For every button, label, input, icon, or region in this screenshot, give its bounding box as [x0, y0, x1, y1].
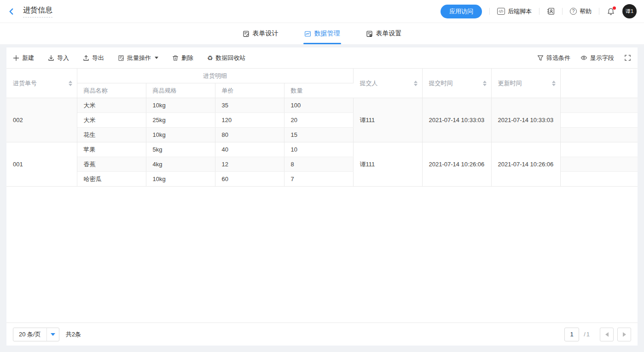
tab-data-management[interactable]: 数据管理 [304, 23, 340, 44]
spacer [0, 44, 644, 47]
column-header-order-no[interactable]: 进货单号 [6, 69, 77, 98]
backend-script-button[interactable]: 后端脚本 [497, 7, 532, 16]
cell-order-no[interactable]: 002 [6, 98, 77, 142]
trash-icon [172, 55, 179, 61]
cell-quantity[interactable]: 100 [284, 98, 353, 113]
page-size-value: 20 条/页 [13, 330, 46, 339]
divider [562, 8, 563, 15]
filter-button[interactable]: 筛选条件 [537, 54, 570, 62]
cell-empty [560, 113, 638, 128]
question-icon: ? [570, 8, 577, 15]
cell-spec[interactable]: 25kg [146, 113, 215, 128]
tab-form-design[interactable]: 表单设计 [243, 23, 278, 44]
tab-label: 表单设计 [253, 29, 278, 38]
cell-unit-price[interactable]: 80 [215, 128, 284, 142]
avatar[interactable]: 谭1 [622, 4, 637, 18]
cell-spec[interactable]: 10kg [146, 128, 215, 142]
page-size-select[interactable]: 20 条/页 [13, 328, 59, 341]
cell-unit-price[interactable]: 35 [215, 98, 284, 113]
cell-unit-price[interactable]: 60 [215, 172, 284, 187]
cell-submit-time[interactable]: 2021-07-14 10:26:06 [422, 142, 491, 187]
cell-unit-price[interactable]: 40 [215, 142, 284, 157]
toolbar-right: 筛选条件 显示字段 [537, 54, 631, 62]
cell-unit-price[interactable]: 120 [215, 113, 284, 128]
cell-spec[interactable]: 4kg [146, 157, 215, 172]
sort-icon[interactable] [69, 81, 72, 86]
sort-icon[interactable] [552, 81, 556, 86]
table-body: 002 大米 10kg 35 100 谭111 2021-07-14 10:33… [6, 98, 638, 187]
divider [599, 8, 599, 15]
cell-submit-time[interactable]: 2021-07-14 10:33:03 [422, 98, 491, 142]
cell-submitter[interactable]: 谭111 [353, 142, 422, 187]
cell-quantity[interactable]: 20 [284, 113, 353, 128]
table-row[interactable]: 001 苹果 5kg 40 10 谭111 2021-07-14 10:26:0… [6, 142, 638, 157]
sort-icon[interactable] [414, 81, 418, 86]
recycle-bin-label: 数据回收站 [216, 54, 246, 62]
column-label: 商品名称 [84, 87, 108, 94]
fullscreen-button[interactable] [624, 54, 631, 61]
new-button[interactable]: 新建 [13, 54, 34, 62]
tab-form-settings[interactable]: 表单设置 [366, 23, 402, 44]
table-header: 进货单号 进货明细 提交人 提交时间 [6, 69, 638, 98]
cell-submitter[interactable]: 谭111 [353, 98, 422, 142]
cell-order-no[interactable]: 001 [6, 142, 77, 187]
cell-update-time[interactable]: 2021-07-14 10:26:06 [491, 142, 560, 187]
next-page-button[interactable] [617, 328, 631, 341]
toolbar-left: 新建 导入 导出 批量操作 [13, 54, 246, 62]
delete-label: 删除 [181, 54, 193, 62]
prev-page-button[interactable] [600, 328, 614, 341]
notification-badge [613, 6, 616, 10]
column-header-spec: 商品规格 [146, 83, 215, 98]
cell-quantity[interactable]: 7 [284, 172, 353, 187]
select-caret-box[interactable] [46, 328, 59, 341]
column-header-quantity: 数量 [284, 83, 353, 98]
cell-product-name[interactable]: 香蕉 [77, 157, 146, 172]
cell-spec[interactable]: 10kg [146, 98, 215, 113]
address-book-icon [547, 7, 555, 15]
export-button[interactable]: 导出 [83, 54, 104, 62]
top-header: 进货信息 应用访问 后端脚本 ? 帮助 谭1 [0, 0, 644, 23]
recycle-icon: ♻ [207, 55, 213, 61]
recycle-bin-button[interactable]: ♻ 数据回收站 [207, 54, 246, 62]
column-label: 进货单号 [13, 79, 37, 88]
cell-empty [560, 128, 638, 142]
back-button[interactable] [7, 7, 16, 16]
cell-product-name[interactable]: 苹果 [77, 142, 146, 157]
batch-operation-button[interactable]: 批量操作 [118, 54, 158, 62]
batch-operation-label: 批量操作 [127, 54, 151, 62]
tab-label: 数据管理 [314, 29, 340, 38]
table-row[interactable]: 002 大米 10kg 35 100 谭111 2021-07-14 10:33… [6, 98, 638, 113]
header-right: 应用访问 后端脚本 ? 帮助 谭1 [441, 4, 637, 18]
app-access-button[interactable]: 应用访问 [441, 5, 482, 18]
form-settings-icon [366, 30, 373, 37]
contacts-button[interactable] [547, 7, 555, 15]
cell-empty [560, 98, 638, 113]
cell-spec[interactable]: 10kg [146, 172, 215, 187]
divider [539, 8, 540, 15]
content-card: 新建 导入 导出 批量操作 [6, 47, 638, 346]
show-fields-button[interactable]: 显示字段 [580, 54, 614, 62]
cell-product-name[interactable]: 哈密瓜 [77, 172, 146, 187]
notification-button[interactable] [607, 7, 615, 16]
cell-quantity[interactable]: 15 [284, 128, 353, 142]
import-button[interactable]: 导入 [48, 54, 69, 62]
column-header-update-time[interactable]: 更新时间 [491, 69, 560, 98]
cell-unit-price[interactable]: 12 [215, 157, 284, 172]
cell-quantity[interactable]: 8 [284, 157, 353, 172]
page-number-input[interactable] [564, 328, 579, 341]
cell-spec[interactable]: 5kg [146, 142, 215, 157]
sort-icon[interactable] [483, 81, 487, 86]
toolbar: 新建 导入 导出 批量操作 [6, 47, 638, 68]
help-button[interactable]: ? 帮助 [570, 7, 592, 16]
delete-button[interactable]: 删除 [172, 54, 193, 62]
page-title[interactable]: 进货信息 [23, 6, 52, 18]
cell-product-name[interactable]: 大米 [77, 98, 146, 113]
cell-update-time[interactable]: 2021-07-14 10:33:03 [491, 98, 560, 142]
cell-product-name[interactable]: 花生 [77, 128, 146, 142]
show-fields-label: 显示字段 [590, 54, 614, 62]
data-table: 进货单号 进货明细 提交人 提交时间 [6, 68, 638, 187]
cell-product-name[interactable]: 大米 [77, 113, 146, 128]
column-header-submitter[interactable]: 提交人 [353, 69, 422, 98]
column-header-submit-time[interactable]: 提交时间 [422, 69, 491, 98]
cell-quantity[interactable]: 10 [284, 142, 353, 157]
